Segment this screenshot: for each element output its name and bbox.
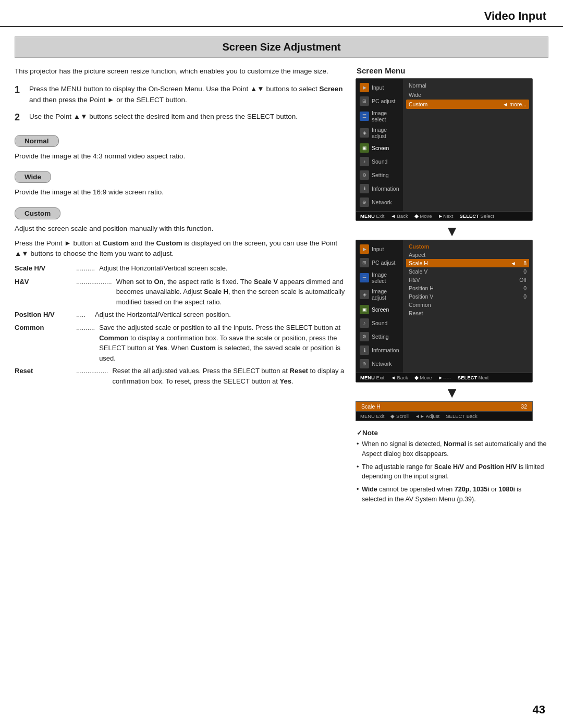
wide-desc: Provide the image at the 16:9 wide scree…: [15, 187, 346, 198]
menu-screenshot-1: ▶ Input ⊞ PC adjust ☰ Image select ◈ Ima…: [356, 78, 533, 221]
sidebar-item-setting: ⚙ Setting: [356, 168, 403, 182]
imageadjust-icon: ◈: [360, 128, 369, 138]
menu-body-1: ▶ Input ⊞ PC adjust ☰ Image select ◈ Ima…: [356, 79, 532, 211]
detail-key-common: Common: [15, 323, 72, 363]
menu-sidebar-1: ▶ Input ⊞ PC adjust ☰ Image select ◈ Ima…: [356, 79, 403, 211]
sidebar2-item-pcadjust: ⊞ PC adjust: [356, 256, 403, 269]
submenu-scale-v: Scale V 0: [406, 267, 529, 276]
step-2-num: 2: [15, 112, 24, 124]
page-header: Video Input: [0, 0, 563, 27]
detail-val-reset: Reset the all adjusted values. Press the…: [112, 366, 346, 386]
menu-main-1: Normal Wide Custom ◄ more...: [403, 79, 532, 211]
notes-section: Note When no signal is detected, Normal …: [356, 428, 548, 504]
page-title: Screen Size Adjustment: [15, 41, 548, 53]
detail-val-common: Save the adjusted scale or position to a…: [99, 323, 346, 363]
sidebar-item-imageadjust: ◈ Image adjust: [356, 125, 403, 141]
step-1-text: Press the MENU button to display the On-…: [29, 84, 346, 105]
detail-key-hv: H&V: [15, 277, 72, 307]
custom-desc2: Press the Point ► button at Custom and t…: [15, 238, 346, 260]
imageselect-icon: ☰: [360, 112, 369, 121]
detail-val-position: Adjust the Horizontal/Vertical screen po…: [95, 310, 346, 320]
menu-footer-1: MENU Exit ◄ Back ◆ Move ►Next SELECT Sel…: [356, 211, 532, 220]
detail-reset: Reset ................. Reset the all ad…: [15, 366, 346, 386]
main-content: This projector has the picture screen re…: [0, 58, 563, 508]
submenu-common: Common: [406, 301, 529, 309]
title-bar: Screen Size Adjustment: [15, 36, 548, 58]
imageadjust2-icon: ◈: [360, 290, 369, 299]
detail-val-scale: Adjust the Horizontal/Vertical screen sc…: [99, 263, 346, 274]
detail-table: Scale H/V .......... Adjust the Horizont…: [15, 263, 346, 386]
sidebar-item-input: ▶ Input: [356, 81, 403, 94]
step-1: 1 Press the MENU button to display the O…: [15, 84, 346, 105]
note-1: When no signal is detected, Normal is se…: [357, 439, 547, 459]
sidebar-item-pcadjust: ⊞ PC adjust: [356, 94, 403, 108]
sidebar2-item-info: ℹ Information: [356, 343, 403, 357]
menu-screenshot-2: ▶ Input ⊞ PC adjust ☰ Image select ◈ Ima…: [356, 240, 533, 382]
input2-icon: ▶: [360, 244, 369, 254]
detail-common: Common .......... Save the adjusted scal…: [15, 323, 346, 363]
menu-row-wide: Wide: [406, 90, 529, 100]
menu-main-2: Custom Aspect Scale H ◄ 8 Scale V 0 H&V …: [403, 240, 532, 373]
custom-badge: Custom: [15, 207, 60, 219]
scale-h-bar: Scale H 32 MENU Exit ◆ Scroll ◄► Adjust …: [356, 401, 533, 421]
sidebar2-item-sound: ♪ Sound: [356, 316, 403, 330]
sidebar2-item-imageadjust: ◈ Image adjust: [356, 286, 403, 303]
note-3: Wide cannot be operated when 720p, 1035i…: [357, 485, 547, 504]
pcadjust-icon: ⊞: [360, 96, 369, 106]
custom-desc1: Adjust the screen scale and position man…: [15, 224, 346, 234]
wide-badge: Wide: [15, 171, 51, 183]
right-column: Screen Menu ▶ Input ⊞ PC adjust ☰ Ima: [356, 66, 548, 508]
network2-icon: ⊕: [360, 359, 369, 368]
setting2-icon: ⚙: [360, 332, 369, 341]
screen2-icon: ▣: [360, 305, 369, 314]
sidebar2-item-setting: ⚙ Setting: [356, 330, 403, 343]
detail-position: Position H/V ..... Adjust the Horizontal…: [15, 310, 346, 320]
normal-badge: Normal: [15, 135, 59, 147]
menu-row-normal: Normal: [406, 81, 529, 90]
screen-menu-label: Screen Menu: [357, 66, 548, 75]
input-icon: ▶: [360, 83, 369, 92]
header-title: Video Input: [17, 9, 546, 23]
page-number: 43: [533, 703, 545, 717]
info2-icon: ℹ: [360, 346, 369, 355]
notes-title: Note: [357, 429, 378, 437]
detail-key-position: Position H/V: [15, 310, 72, 320]
sidebar-item-sound: ♪ Sound: [356, 155, 403, 168]
sidebar2-item-input: ▶ Input: [356, 242, 403, 256]
detail-key-scale: Scale H/V: [15, 263, 72, 274]
submenu-aspect: Aspect: [406, 251, 529, 259]
sidebar-item-screen: ▣ Screen: [356, 141, 403, 155]
step-2: 2 Use the Point ▲▼ buttons select the de…: [15, 112, 346, 124]
arrow-down-1: ▼: [356, 224, 548, 239]
sidebar-item-imageselect: ☰ Image select: [356, 108, 403, 125]
sound2-icon: ♪: [360, 318, 369, 328]
sidebar2-item-screen: ▣ Screen: [356, 303, 403, 316]
sidebar2-item-imageselect: ☰ Image select: [356, 269, 403, 286]
sidebar-item-network: ⊕ Network: [356, 195, 403, 209]
scale-h-footer: MENU Exit ◆ Scroll ◄► Adjust SELECT Back: [356, 411, 532, 421]
submenu-reset: Reset: [406, 309, 529, 317]
detail-key-reset: Reset: [15, 366, 72, 386]
detail-val-hv: When set to On, the aspect ratio is fixe…: [116, 277, 346, 307]
step-1-num: 1: [15, 84, 24, 105]
detail-scale-hv: Scale H/V .......... Adjust the Horizont…: [15, 263, 346, 274]
screen-icon: ▣: [360, 143, 369, 153]
pcadjust2-icon: ⊞: [360, 258, 369, 267]
notes-list: When no signal is detected, Normal is se…: [357, 439, 547, 504]
left-column: This projector has the picture screen re…: [15, 66, 346, 508]
submenu-title: Custom: [406, 242, 529, 251]
step-2-text: Use the Point ▲▼ buttons select the desi…: [29, 112, 346, 124]
submenu-scale-h: Scale H ◄ 8: [406, 259, 529, 267]
menu-body-2: ▶ Input ⊞ PC adjust ☰ Image select ◈ Ima…: [356, 240, 532, 373]
submenu-position-v: Position V 0: [406, 292, 529, 301]
network-icon: ⊕: [360, 198, 369, 207]
submenu-hv: H&V Off: [406, 276, 529, 284]
sound-icon: ♪: [360, 157, 369, 166]
menu-sidebar-2: ▶ Input ⊞ PC adjust ☰ Image select ◈ Ima…: [356, 240, 403, 373]
detail-hv: H&V ................... When set to On, …: [15, 277, 346, 307]
sidebar-item-info: ℹ Information: [356, 182, 403, 195]
normal-desc: Provide the image at the 4:3 normal vide…: [15, 151, 346, 162]
note-2: The adjustable range for Scale H/V and P…: [357, 462, 547, 482]
arrow-down-2: ▼: [356, 386, 548, 400]
menu-footer-2: MENU Exit ◄ Back ◆ Move ►----- SELECT Ne…: [356, 373, 532, 382]
